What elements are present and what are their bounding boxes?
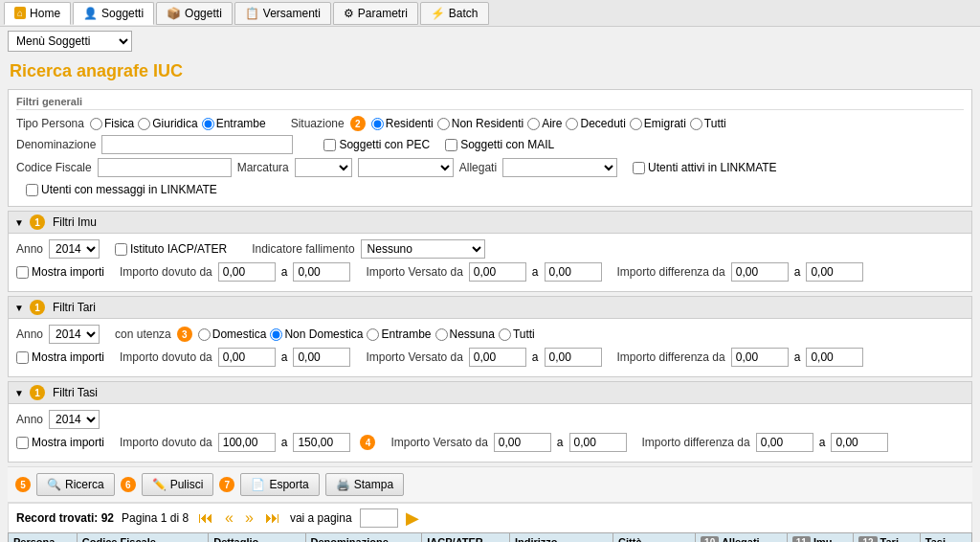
first-page-button[interactable]: ⏮	[196, 509, 215, 527]
indicatore-select[interactable]: Nessuno	[361, 239, 485, 259]
utenti-messaggi-checkbox[interactable]	[26, 184, 38, 196]
tari-differenza-b[interactable]	[806, 348, 863, 367]
tab-home[interactable]: ⌂ Home	[4, 2, 71, 25]
radio-giuridica-input[interactable]	[138, 118, 150, 130]
radio-residenti[interactable]: Residenti	[371, 117, 434, 130]
tari-differenza-label: Importo differenza da	[617, 350, 725, 364]
radio-residenti-label: Residenti	[386, 117, 434, 130]
radio-emigrati-input[interactable]	[630, 118, 642, 130]
tasi-differenza-a[interactable]	[756, 433, 813, 452]
marcatura-select2[interactable]	[358, 158, 454, 177]
filtri-tasi-body: Anno 2014 Mostra importi Importo dovuto …	[9, 404, 971, 462]
filtri-generali-title: Filtri generali	[16, 96, 964, 110]
tari-radio-domestica[interactable]: Domestica	[198, 327, 267, 341]
imu-mostra-checkbox[interactable]	[16, 266, 29, 279]
radio-entrambe-input[interactable]	[202, 118, 214, 130]
imu-dovuto-b[interactable]	[293, 262, 350, 282]
tari-differenza-a[interactable]	[731, 348, 789, 367]
tari-versato-a[interactable]	[469, 348, 526, 367]
indicatore-label: Indicatore fallimento	[252, 242, 354, 256]
tab-oggetti[interactable]: 📦 Oggetti	[156, 2, 233, 25]
istituto-check[interactable]: Istituto IACP/ATER	[115, 242, 227, 256]
imu-versato-b[interactable]	[545, 262, 602, 282]
tari-radio-nessuna[interactable]: Nessuna	[435, 327, 495, 341]
esporta-button[interactable]: 📄 Esporta	[240, 473, 319, 496]
tari-radio-entrambe[interactable]: Entrambe	[367, 327, 431, 341]
imu-anno-select[interactable]: 2014	[49, 239, 100, 259]
radio-deceduti-input[interactable]	[566, 118, 578, 130]
imu-versato-a[interactable]	[469, 262, 526, 282]
radio-entrambe[interactable]: Entrambe	[202, 117, 266, 130]
menu-soggetti-dropdown[interactable]: Menù Soggetti	[8, 31, 132, 52]
menu-soggetti-select[interactable]: Menù Soggetti	[8, 31, 132, 52]
tasi-versato-b[interactable]	[569, 433, 627, 452]
tari-radio-non-domestica[interactable]: Non Domestica	[270, 327, 363, 341]
radio-non-residenti-input[interactable]	[437, 118, 450, 130]
soggetti-mail-checkbox[interactable]	[445, 139, 457, 151]
situazione-badge: 2	[350, 116, 366, 131]
radio-fisica[interactable]: Fisica	[90, 117, 134, 130]
imu-differenza-b[interactable]	[806, 262, 863, 282]
tari-dovuto-b[interactable]	[293, 348, 350, 367]
filtri-imu-header[interactable]: ▼ 1 Filtri Imu	[9, 212, 971, 234]
istituto-checkbox[interactable]	[115, 243, 127, 256]
radio-aire[interactable]: Aire	[527, 117, 562, 130]
radio-fisica-input[interactable]	[90, 118, 102, 130]
codice-fiscale-input[interactable]	[98, 158, 232, 177]
tari-mostra-checkbox[interactable]	[16, 351, 29, 364]
last-page-button[interactable]: ⏭	[263, 509, 282, 527]
imu-differenza-a[interactable]	[731, 262, 789, 282]
radio-tutti[interactable]: Tutti	[690, 117, 726, 130]
radio-non-residenti[interactable]: Non Residenti	[437, 117, 523, 130]
ricerca-button[interactable]: 🔍 Ricerca	[36, 473, 115, 496]
imu-dovuto-label: Importo dovuto da	[120, 265, 212, 279]
tasi-differenza-b[interactable]	[831, 433, 888, 452]
radio-residenti-input[interactable]	[371, 118, 384, 130]
imu-dovuto-a[interactable]	[218, 262, 276, 282]
tari-radio-non-domestica-input[interactable]	[270, 328, 282, 341]
next-page-button[interactable]: »	[243, 509, 256, 527]
utenti-linkmate-checkbox[interactable]	[633, 162, 645, 174]
filtri-tari-header[interactable]: ▼ 1 Filtri Tari	[9, 297, 971, 319]
tari-dovuto-a[interactable]	[218, 348, 276, 367]
tasi-versato-sep: a	[557, 436, 564, 449]
tab-batch[interactable]: ⚡ Batch	[420, 2, 489, 25]
radio-emigrati[interactable]: Emigrati	[630, 117, 686, 130]
tari-radio-nessuna-input[interactable]	[435, 328, 448, 341]
soggetti-mail-check[interactable]: Soggetti con MAIL	[445, 138, 554, 151]
prev-page-button[interactable]: «	[223, 509, 235, 527]
utenti-messaggi-check[interactable]: Utenti con messaggi in LINKMATE	[26, 183, 217, 196]
tasi-versato-a[interactable]	[494, 433, 551, 452]
tari-radio-tutti-input[interactable]	[499, 328, 511, 341]
tari-versato-b[interactable]	[545, 348, 602, 367]
soggetti-pec-check[interactable]: Soggetti con PEC	[323, 138, 430, 151]
tasi-mostra-checkbox[interactable]	[16, 437, 29, 449]
tasi-dovuto-a[interactable]	[218, 433, 276, 452]
go-page-button[interactable]: ▶	[406, 508, 419, 529]
tab-soggetti[interactable]: 👤 Soggetti	[73, 2, 154, 25]
allegati-select[interactable]	[502, 158, 617, 177]
utenti-linkmate-check[interactable]: Utenti attivi in LINKMATE	[633, 161, 776, 174]
tasi-mostra-check[interactable]: Mostra importi	[16, 436, 104, 449]
denominazione-input[interactable]	[101, 135, 293, 154]
stampa-button[interactable]: 🖨️ Stampa	[325, 473, 404, 496]
tab-versamenti[interactable]: 📋 Versamenti	[234, 2, 331, 25]
tari-mostra-check[interactable]: Mostra importi	[16, 350, 104, 364]
radio-tutti-input[interactable]	[690, 118, 702, 130]
tasi-dovuto-b[interactable]	[293, 433, 350, 452]
tari-anno-select[interactable]: 2014	[49, 325, 100, 344]
tari-radio-tutti[interactable]: Tutti	[499, 327, 535, 341]
marcatura-select1[interactable]	[295, 158, 352, 177]
tasi-anno-select[interactable]: 2014	[49, 410, 100, 429]
imu-mostra-check[interactable]: Mostra importi	[16, 265, 104, 279]
page-input[interactable]	[360, 508, 398, 528]
soggetti-pec-checkbox[interactable]	[323, 139, 336, 151]
tari-radio-domestica-input[interactable]	[198, 328, 211, 341]
tari-radio-entrambe-input[interactable]	[367, 328, 379, 341]
pulisci-button[interactable]: ✏️ Pulisci	[142, 473, 214, 496]
tab-parametri[interactable]: ⚙ Parametri	[333, 2, 418, 25]
filtri-tasi-header[interactable]: ▼ 1 Filtri Tasi	[9, 382, 971, 404]
radio-deceduti[interactable]: Deceduti	[566, 117, 625, 130]
radio-aire-input[interactable]	[527, 118, 540, 130]
radio-giuridica[interactable]: Giuridica	[138, 117, 197, 130]
